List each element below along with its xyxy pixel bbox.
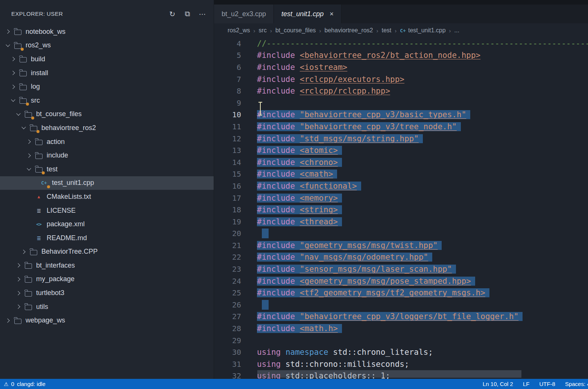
collapse-folders-icon[interactable]: ⧉	[181, 8, 193, 20]
code-line-20[interactable]: 20	[214, 228, 588, 240]
code-line-7[interactable]: 7#include <rclcpp/executors.hpp>	[214, 73, 588, 85]
breadcrumb-item-ros2_ws[interactable]: ros2_ws	[228, 27, 250, 34]
sidebar-item-test_unit1.cpp[interactable]: C+test_unit1.cpp	[0, 176, 214, 190]
line-number[interactable]: 25	[214, 288, 241, 297]
breadcrumb-item-bt_course_files[interactable]: bt_course_files	[275, 27, 316, 34]
code-line-21[interactable]: 21#include "geometry_msgs/msg/twist.hpp"	[214, 239, 588, 251]
line-number[interactable]: 4	[214, 39, 241, 48]
breadcrumb-item-test_unit1.cpp[interactable]: C+test_unit1.cpp	[400, 27, 445, 34]
code-line-24[interactable]: 24#include <geometry_msgs/msg/pose_stamp…	[214, 275, 588, 287]
sidebar-item-notebook_ws[interactable]: notebook_ws	[0, 25, 214, 39]
line-number[interactable]: 16	[214, 182, 241, 191]
breadcrumb-item-src[interactable]: src	[259, 27, 267, 34]
line-number[interactable]: 29	[214, 336, 241, 345]
sidebar-item-package.xml[interactable]: <>package.xml	[0, 217, 214, 231]
breadcrumb-item-behaviortree_ros2[interactable]: behaviortree_ros2	[325, 27, 373, 34]
line-number[interactable]: 31	[214, 360, 241, 369]
sidebar-item-src[interactable]: src	[0, 94, 214, 107]
line-number[interactable]: 5	[214, 51, 241, 60]
code-line-31[interactable]: 31using std::chrono::milliseconds;	[214, 358, 588, 370]
sidebar-item-LICENSE[interactable]: ≡LICENSE	[0, 204, 214, 218]
code-line-8[interactable]: 8#include <rclcpp/rclcpp.hpp>	[214, 85, 588, 97]
sidebar-item-test[interactable]: test	[0, 162, 214, 176]
code-line-9[interactable]: 9	[214, 97, 588, 109]
code-line-13[interactable]: 13#include <atomic>	[214, 144, 588, 156]
encoding-indicator[interactable]: UTF-8	[539, 381, 555, 387]
sidebar-item-utils[interactable]: utils	[0, 300, 214, 314]
problems-count[interactable]: 0	[11, 381, 14, 387]
refresh-icon[interactable]: ↻	[166, 8, 178, 20]
code-line-17[interactable]: 17#include <memory>	[214, 192, 588, 204]
breadcrumb-item-test[interactable]: test	[382, 27, 392, 34]
code-line-27[interactable]: 27#include "behaviortree_cpp_v3/loggers/…	[214, 311, 588, 323]
line-number[interactable]: 6	[214, 63, 241, 72]
code-line-14[interactable]: 14#include <chrono>	[214, 156, 588, 168]
code-line-16[interactable]: 16#include <functional>	[214, 180, 588, 192]
sidebar-item-BehaviorTree.CPP[interactable]: BehaviorTree.CPP	[0, 245, 214, 259]
line-number[interactable]: 30	[214, 348, 241, 357]
code-line-11[interactable]: 11#include "behaviortree_cpp_v3/tree_nod…	[214, 121, 588, 133]
horizontal-scrollbar[interactable]	[257, 370, 521, 378]
lsp-status[interactable]: clangd: idle	[17, 381, 46, 387]
code-line-6[interactable]: 6#include <iostream>	[214, 61, 588, 73]
line-number[interactable]: 17	[214, 194, 241, 203]
sidebar-item-action[interactable]: action	[0, 135, 214, 149]
line-number[interactable]: 11	[214, 122, 241, 131]
line-number[interactable]: 9	[214, 98, 241, 107]
tab-close-icon[interactable]: ×	[330, 11, 334, 17]
more-actions-icon[interactable]: ⋯	[196, 8, 208, 20]
tab-bt_u2_ex3.cpp[interactable]: bt_u2_ex3.cpp	[214, 5, 274, 23]
line-number[interactable]: 27	[214, 312, 241, 321]
code-line-22[interactable]: 22#include "nav_msgs/msg/odometry.hpp"	[214, 251, 588, 263]
line-number[interactable]: 22	[214, 253, 241, 262]
line-number[interactable]: 14	[214, 158, 241, 167]
line-number[interactable]: 32	[214, 371, 241, 379]
sidebar-item-webpage_ws[interactable]: webpage_ws	[0, 313, 214, 327]
code-line-5[interactable]: 5#include <behaviortree_ros2/bt_action_n…	[214, 50, 588, 62]
warning-icon[interactable]: ⚠	[4, 381, 9, 387]
sidebar-item-my_package[interactable]: my_package	[0, 272, 214, 286]
sidebar-item-install[interactable]: install	[0, 66, 214, 80]
eol-indicator[interactable]: LF	[523, 381, 530, 387]
line-number[interactable]: 8	[214, 86, 241, 95]
code-line-10[interactable]: 10#include "behaviortree_cpp_v3/basic_ty…	[214, 109, 588, 121]
line-number[interactable]: 18	[214, 205, 241, 214]
code-line-18[interactable]: 18#include <string>	[214, 204, 588, 216]
line-number[interactable]: 23	[214, 265, 241, 274]
sidebar-item-log[interactable]: log	[0, 80, 214, 94]
tab-test_unit1.cpp[interactable]: test_unit1.cpp×	[274, 5, 342, 23]
sidebar-item-turtlebot3[interactable]: turtlebot3	[0, 286, 214, 300]
sidebar-item-CMakeLists.txt[interactable]: ▲CMakeLists.txt	[0, 190, 214, 204]
code-line-15[interactable]: 15#include <cmath>	[214, 168, 588, 180]
code-line-19[interactable]: 19#include <thread>	[214, 216, 588, 228]
line-number[interactable]: 26	[214, 300, 241, 309]
sidebar-item-bt_interfaces[interactable]: bt_interfaces	[0, 259, 214, 272]
sidebar-item-README.md[interactable]: ≡README.md	[0, 231, 214, 245]
line-number[interactable]: 24	[214, 277, 241, 286]
code-line-28[interactable]: 28#include <math.h>	[214, 322, 588, 335]
line-number[interactable]: 19	[214, 217, 241, 226]
line-number[interactable]: 28	[214, 324, 241, 333]
code-area[interactable]: 4//-------------------------------------…	[214, 38, 588, 379]
line-number[interactable]: 13	[214, 146, 241, 155]
sidebar-item-ros2_ws[interactable]: ros2_ws	[0, 39, 214, 53]
code-line-23[interactable]: 23#include "sensor_msgs/msg/laser_scan.h…	[214, 263, 588, 275]
sidebar-item-include[interactable]: include	[0, 148, 214, 162]
code-line-26[interactable]: 26	[214, 299, 588, 311]
code-line-12[interactable]: 12#include "std_msgs/msg/string.hpp"	[214, 133, 588, 145]
line-number[interactable]: 10	[214, 110, 241, 119]
sidebar-item-bt_course_files[interactable]: bt_course_files	[0, 107, 214, 121]
breadcrumb-item-...[interactable]: ...	[454, 27, 459, 34]
line-number[interactable]: 15	[214, 170, 241, 179]
indentation-indicator[interactable]: Spaces: 4	[565, 381, 588, 387]
sidebar-item-behaviortree_ros2[interactable]: behaviortree_ros2	[0, 121, 214, 135]
code-line-30[interactable]: 30using namespace std::chrono_literals;	[214, 346, 588, 358]
line-number[interactable]: 12	[214, 134, 241, 143]
code-line-25[interactable]: 25#include <tf2_geometry_msgs/tf2_geomet…	[214, 287, 588, 299]
line-number[interactable]: 21	[214, 241, 241, 250]
sidebar-item-build[interactable]: build	[0, 52, 214, 66]
code-line-4[interactable]: 4//-------------------------------------…	[214, 38, 588, 50]
line-number[interactable]: 20	[214, 229, 241, 238]
code-line-29[interactable]: 29	[214, 335, 588, 347]
cursor-position[interactable]: Ln 10, Col 2	[483, 381, 513, 387]
